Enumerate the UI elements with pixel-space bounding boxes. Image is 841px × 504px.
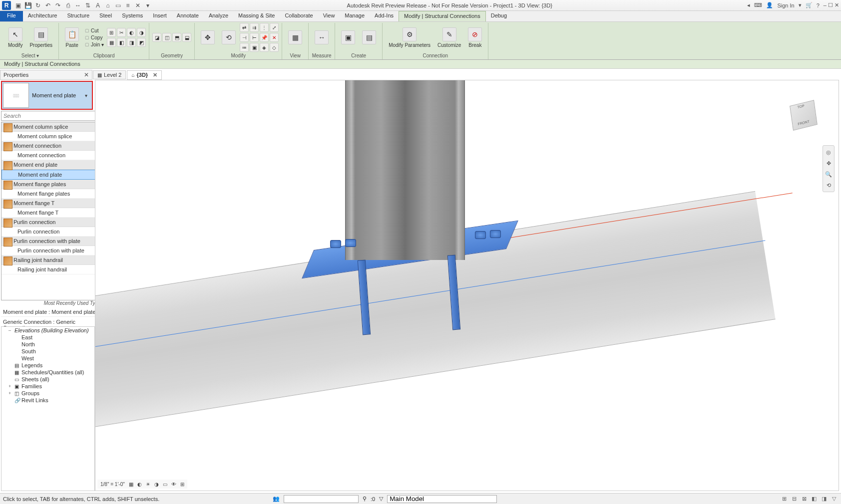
mru-item-moment-end-plate[interactable]: Moment end plate : Moment end plate (1, 307, 100, 317)
status-icon-6[interactable]: ▽ (830, 495, 838, 503)
trim-icon[interactable]: ⊣ (240, 33, 249, 42)
view-cube[interactable]: TOP FRONT (784, 95, 824, 135)
group-icon[interactable]: ▣ (250, 43, 259, 52)
browser-west[interactable]: West (1, 355, 94, 362)
editable-only-icon[interactable]: ⚲ (363, 496, 367, 502)
qat-sync-icon[interactable]: ↻ (34, 1, 42, 9)
close-window-icon[interactable]: ✕ (835, 2, 839, 8)
geom4-icon[interactable]: ⬓ (182, 33, 191, 42)
tool5-icon[interactable]: ◩ (137, 38, 146, 47)
detail-level-icon[interactable]: ▦ (128, 482, 134, 487)
tab-manage[interactable]: Manage (340, 11, 370, 21)
tool3-icon[interactable]: ◧ (117, 38, 126, 47)
tool10-icon[interactable]: ◈ (260, 43, 269, 52)
create1-button[interactable]: ▣ (338, 29, 358, 45)
customize-button[interactable]: ✎Customize (434, 26, 464, 49)
bolt-1[interactable] (330, 240, 341, 248)
tool-icon[interactable]: ◑ (137, 28, 146, 37)
split-icon[interactable]: ⊢ (250, 33, 259, 42)
tab-analyze[interactable]: Analyze (204, 11, 233, 21)
bolt-2[interactable] (345, 239, 356, 247)
browser-north[interactable]: North (1, 341, 94, 348)
view-tab-3d[interactable]: ⌂ {3D} ✕ (127, 70, 162, 80)
sign-in-icon[interactable]: 👤 (766, 2, 773, 8)
tab-structure[interactable]: Structure (62, 11, 94, 21)
modify-parameters-button[interactable]: ⚙Modify Parameters (386, 26, 433, 49)
array-icon[interactable]: ⋮ (260, 23, 269, 32)
browser-east[interactable]: East (1, 334, 94, 341)
mirror-icon[interactable]: ⇄ (240, 23, 249, 32)
qat-thin-lines-icon[interactable]: ≡ (124, 1, 132, 9)
browser-elevations-header[interactable]: –Elevations (Building Elevation) (1, 327, 94, 334)
steel-column[interactable] (345, 80, 465, 260)
geom2-icon[interactable]: ◫ (162, 33, 171, 42)
file-tab[interactable]: File (0, 11, 23, 21)
browser-legends[interactable]: ▤Legends (1, 362, 94, 369)
properties-close-icon[interactable]: ✕ (84, 71, 89, 78)
pin-icon[interactable]: 📌 (260, 33, 269, 42)
shadows-icon[interactable]: ◑ (153, 482, 160, 487)
type-selector-dropdown[interactable]: ▯▯▯ Moment end plate ▾ (1, 81, 93, 110)
maximize-icon[interactable]: ☐ (828, 2, 833, 8)
align-icon[interactable]: ≔ (240, 43, 249, 52)
infocenter-keys-icon[interactable]: ⌨ (754, 2, 762, 8)
qat-save-icon[interactable]: 💾 (24, 1, 32, 9)
browser-sheets[interactable]: ▭Sheets (all) (1, 376, 94, 383)
qat-open-icon[interactable]: ▣ (14, 1, 22, 9)
cope-icon[interactable]: ✂ (117, 28, 126, 37)
qat-close-hidden-icon[interactable]: ✕ (134, 1, 142, 9)
view-button[interactable]: ▦ (285, 29, 305, 45)
qat-3d-icon[interactable]: ⌂ (104, 1, 112, 9)
tab-steel[interactable]: Steel (94, 11, 117, 21)
browser-revit-links[interactable]: 🔗Revit Links (1, 397, 94, 404)
rotate-button[interactable]: ⟲ (219, 29, 239, 45)
status-icon-4[interactable]: ◧ (810, 495, 818, 503)
nav-orbit-icon[interactable]: ⟲ (824, 181, 833, 190)
browser-schedules[interactable]: ▦Schedules/Quantities (all) (1, 369, 94, 376)
modify-button[interactable]: ↖Modify (5, 26, 25, 49)
design-options-select[interactable] (387, 495, 497, 503)
qat-switch-icon[interactable]: ▾ (144, 1, 152, 9)
measure-button[interactable]: ↔ (312, 29, 332, 45)
qat-measure-icon[interactable]: ↔ (74, 1, 82, 9)
filter-icon[interactable]: ▽ (379, 496, 383, 502)
properties-button[interactable]: ▤Properties (26, 26, 55, 49)
tab-architecture[interactable]: Architecture (23, 11, 62, 21)
status-icon-5[interactable]: ◨ (820, 495, 828, 503)
geom1-icon[interactable]: ◪ (152, 33, 161, 42)
app-store-icon[interactable]: 🛒 (806, 2, 813, 8)
tab-debug[interactable]: Debug (486, 11, 512, 21)
reveal-icon[interactable]: ⊞ (179, 482, 185, 487)
nav-zoom-icon[interactable]: 🔍 (824, 170, 833, 179)
view-scale[interactable]: 1/8" = 1'-0" (99, 482, 126, 487)
select-dropdown[interactable]: Select ▾ (5, 52, 55, 59)
tab-modify-structural-connections[interactable]: Modify | Structural Connections (399, 11, 486, 21)
qat-section-icon[interactable]: ▭ (114, 1, 122, 9)
worksets-icon[interactable]: 👥 (273, 496, 280, 502)
join-button[interactable]: Join ▾ (83, 41, 106, 48)
help-icon[interactable]: ? (817, 2, 820, 8)
sign-in-dropdown-icon[interactable]: ▾ (799, 2, 802, 8)
minimize-icon[interactable]: – (824, 2, 827, 8)
status-icon-2[interactable]: ⊟ (790, 495, 798, 503)
break-button[interactable]: ⊘Break (465, 26, 485, 49)
hide-isolate-icon[interactable]: 👁 (170, 482, 177, 487)
browser-south[interactable]: South (1, 348, 94, 355)
qat-redo-icon[interactable]: ↷ (54, 1, 62, 9)
qat-align-icon[interactable]: ⇅ (84, 1, 92, 9)
visual-style-icon[interactable]: ◐ (136, 482, 143, 487)
tab-systems[interactable]: Systems (117, 11, 148, 21)
status-icon-3[interactable]: ⊠ (800, 495, 808, 503)
geom3-icon[interactable]: ⬒ (172, 33, 181, 42)
tab-insert[interactable]: Insert (148, 11, 172, 21)
view-cube-face[interactable]: TOP FRONT (790, 100, 818, 131)
tab-view[interactable]: View (318, 11, 340, 21)
tab-addins[interactable]: Add-Ins (370, 11, 399, 21)
paste-button[interactable]: 📋Paste (62, 26, 82, 49)
status-icon-1[interactable]: ⊞ (780, 495, 788, 503)
offset-icon[interactable]: ⇉ (250, 23, 259, 32)
create2-button[interactable]: ▤ (359, 29, 379, 45)
move-button[interactable]: ✥ (198, 29, 218, 45)
tab-collaborate[interactable]: Collaborate (280, 11, 318, 21)
match-type-icon[interactable]: ⊞ (107, 28, 116, 37)
